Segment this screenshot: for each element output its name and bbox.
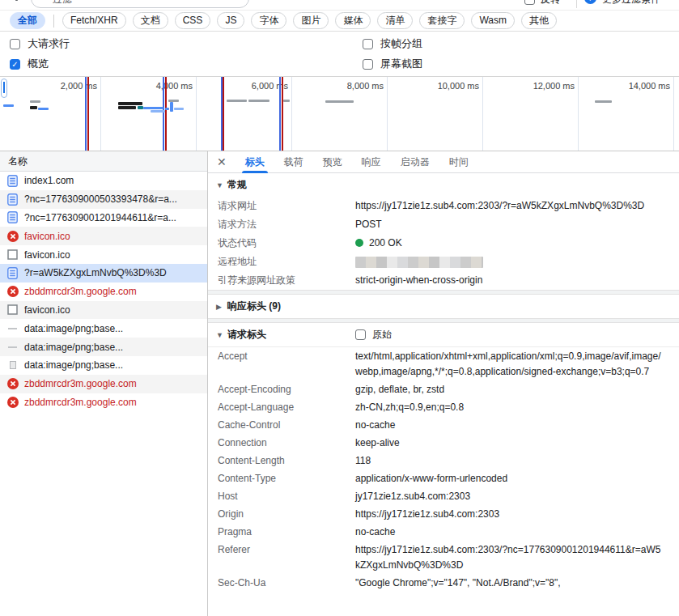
- header-key: 引荐来源网址政策: [218, 273, 355, 288]
- header-row: Referer https://jy171zie1z.sub4.com:2303…: [208, 541, 679, 574]
- remote-address-value: [355, 254, 679, 270]
- tab-preview[interactable]: 预览: [313, 151, 352, 173]
- image-icon: [6, 322, 19, 335]
- header-row: Cache-Control no-cache: [208, 416, 679, 434]
- load-event-line: [282, 77, 283, 151]
- waterfall-bar: [595, 100, 612, 103]
- chip-media[interactable]: 媒体: [335, 12, 371, 29]
- filter-input[interactable]: 过滤: [31, 0, 249, 8]
- request-name: data:image/png;base...: [24, 342, 123, 353]
- request-list: 名称 index1.com ?nc=1776309000503393478&r=…: [0, 151, 208, 616]
- document-icon: [6, 193, 19, 206]
- list-item[interactable]: favicon.ico: [0, 301, 207, 320]
- list-item[interactable]: index1.com: [0, 172, 207, 190]
- header-key: Accept: [218, 349, 355, 380]
- chip-all[interactable]: 全部: [10, 12, 45, 29]
- chip-js[interactable]: JS: [217, 12, 244, 29]
- request-method-value: POST: [355, 217, 679, 232]
- chip-doc[interactable]: 文档: [133, 12, 168, 29]
- file-icon: [6, 249, 19, 261]
- list-item[interactable]: data:image/png;base...: [0, 319, 207, 338]
- devtools-network-panel: 过滤 反转 i 更多过滤条件 全部 Fetch/XHR 文档 CSS JS 字体…: [0, 0, 679, 616]
- request-headers-list: Accept text/html,application/xhtml+xml,a…: [208, 347, 679, 592]
- raw-toggle[interactable]: 原始: [355, 328, 392, 342]
- chip-css[interactable]: CSS: [175, 12, 211, 29]
- list-item[interactable]: favicon.ico: [0, 245, 207, 264]
- invert-checkbox[interactable]: 反转: [524, 0, 560, 8]
- screenshots-checkbox[interactable]: [363, 59, 373, 70]
- general-row: 请求方法 POST: [208, 215, 679, 234]
- list-item[interactable]: ?nc=1776309000503393478&r=a...: [0, 190, 207, 209]
- waterfall-bar: [227, 100, 247, 102]
- chip-font[interactable]: 字体: [251, 12, 286, 29]
- timeline-gridline: [196, 77, 197, 151]
- tab-payload[interactable]: 载荷: [274, 151, 313, 173]
- request-url-value: https://jy171zie1z.sub4.com:2303/?r=aW5k…: [355, 198, 679, 214]
- header-value: no-cache: [355, 525, 679, 540]
- overview-checkbox[interactable]: ✓: [10, 59, 20, 70]
- info-icon[interactable]: i: [584, 0, 596, 4]
- request-headers-section-header[interactable]: ▼ 请求标头 原始: [208, 323, 679, 347]
- waterfall-bar: [118, 106, 136, 109]
- overview-option[interactable]: ✓ 概览: [10, 56, 363, 72]
- more-filters-label[interactable]: 更多过滤条件: [602, 0, 660, 8]
- overview-timeline[interactable]: 2,000 ms 4,000 ms 6,000 ms 8,000 ms 10,0…: [0, 77, 679, 151]
- list-item[interactable]: zbddmrcdr3m.google.com: [0, 393, 207, 412]
- waterfall-bar: [3, 104, 14, 107]
- large-rows-checkbox[interactable]: [10, 39, 20, 49]
- waterfall-bar: [165, 108, 169, 110]
- chip-wasm[interactable]: Wasm: [471, 12, 515, 29]
- chevron-down-icon: ▼: [216, 331, 227, 339]
- timeline-gridline: [578, 77, 579, 151]
- tab-timing[interactable]: 时间: [439, 151, 478, 173]
- raw-checkbox[interactable]: [355, 329, 366, 340]
- header-row: Content-Length 118: [208, 452, 679, 469]
- tab-initiator[interactable]: 启动器: [391, 151, 439, 173]
- header-key: 请求方法: [218, 217, 355, 232]
- list-item[interactable]: data:image/png;base...: [0, 338, 207, 356]
- network-options: 大请求行 按帧分组 ✓ 概览 屏幕截图: [0, 32, 679, 77]
- chip-img[interactable]: 图片: [293, 12, 329, 29]
- timeline-tick: 12,000 ms: [533, 81, 575, 91]
- close-icon[interactable]: ✕: [208, 155, 236, 168]
- list-item-selected[interactable]: ?r=aW5kZXgxLmNvbQ%3D%3D: [0, 264, 207, 283]
- header-key: Accept-Language: [218, 400, 355, 415]
- chevron-down-icon: ▼: [216, 181, 227, 189]
- column-header-name[interactable]: 名称: [0, 151, 207, 172]
- large-rows-option[interactable]: 大请求行: [10, 36, 363, 52]
- group-by-frame-option[interactable]: 按帧分组: [363, 36, 679, 52]
- chip-fetch-xhr[interactable]: Fetch/XHR: [62, 12, 126, 29]
- chip-other[interactable]: 其他: [521, 12, 557, 29]
- raw-label: 原始: [372, 328, 392, 342]
- tab-headers[interactable]: 标头: [236, 151, 274, 173]
- chip-manifest[interactable]: 清单: [377, 12, 413, 29]
- header-row: Accept text/html,application/xhtml+xml,a…: [208, 347, 679, 380]
- list-item[interactable]: favicon.ico: [0, 227, 207, 245]
- group-by-frame-label: 按帧分组: [380, 36, 422, 51]
- screenshots-option[interactable]: 屏幕截图: [363, 56, 679, 72]
- list-item[interactable]: zbddmrcdr3m.google.com: [0, 375, 207, 393]
- error-icon: [6, 396, 19, 409]
- chip-socket[interactable]: 套接字: [419, 12, 465, 29]
- document-icon: [6, 174, 19, 187]
- waterfall-bar: [30, 106, 37, 109]
- request-name: zbddmrcdr3m.google.com: [24, 397, 137, 408]
- header-value: keep-alive: [355, 435, 679, 451]
- overview-drag-handle[interactable]: [1, 79, 7, 98]
- general-title: 常规: [227, 178, 247, 192]
- response-headers-section-header[interactable]: ▶ 响应标头 (9): [208, 295, 679, 318]
- waterfall-bar: [138, 106, 143, 109]
- tab-response[interactable]: 响应: [352, 151, 391, 173]
- request-name: data:image/png;base...: [24, 359, 123, 371]
- list-item[interactable]: zbddmrcdr3m.google.com: [0, 283, 207, 301]
- general-row: 远程地址: [208, 253, 679, 271]
- general-section-header[interactable]: ▼ 常规: [208, 173, 679, 197]
- list-item[interactable]: ?nc=1776309001201944611&r=a...: [0, 209, 207, 227]
- group-by-frame-checkbox[interactable]: [363, 39, 373, 49]
- header-key: Content-Length: [218, 453, 355, 469]
- invert-checkbox-box[interactable]: [524, 0, 535, 5]
- large-rows-label: 大请求行: [28, 36, 70, 51]
- filter-placeholder: 过滤: [53, 0, 72, 5]
- list-item[interactable]: data:image/png;base...: [0, 356, 207, 375]
- request-name: zbddmrcdr3m.google.com: [24, 378, 137, 389]
